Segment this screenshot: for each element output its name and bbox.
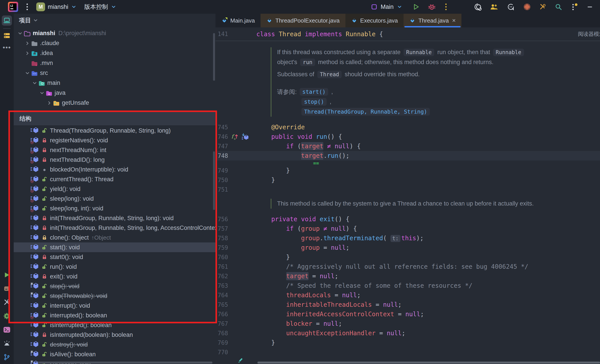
line-number[interactable]: 760 [216, 254, 229, 261]
scrollbar-thumb[interactable] [213, 151, 215, 210]
structure-item[interactable]: init(ThreadGroup, Runnable, String, long… [14, 223, 216, 233]
run-button[interactable] [412, 4, 419, 10]
sticky-header-line[interactable]: 141 class Thread implements Runnable { 阅… [216, 28, 600, 41]
code-line[interactable]: 758 group.threadTerminated( t:this); [216, 233, 600, 243]
structure-item[interactable]: yield(): void [14, 184, 216, 194]
structure-item[interactable]: start(): void [14, 243, 216, 252]
code-line[interactable]: 761 /* Aggressively null out all referen… [216, 262, 600, 271]
structure-item[interactable]: start0(): void [14, 252, 216, 262]
structure-item[interactable]: exit(): void [14, 272, 216, 281]
project-tool-button[interactable] [2, 16, 12, 26]
services-tool-button[interactable] [2, 297, 12, 308]
code-line[interactable]: 763 /* Speed the release of some of thes… [216, 281, 600, 290]
tree-item[interactable]: mianshiD:\project\mianshi [14, 28, 216, 38]
overriding-method-gutter-icon[interactable]: fx [231, 133, 239, 140]
code-with-me-icon[interactable] [490, 4, 498, 10]
tree-item[interactable]: java [14, 88, 216, 98]
chevron-down-icon[interactable] [32, 80, 38, 86]
git-tool-button[interactable] [2, 352, 12, 362]
code-line[interactable]: 768 uncaughtExceptionHandler = null; [216, 328, 600, 338]
reader-mode-label[interactable]: 阅读器模式 [578, 30, 600, 37]
structure-item[interactable]: nextThreadNum(): int [14, 145, 216, 155]
tree-item[interactable]: .mvn [14, 58, 216, 68]
debug-button[interactable] [428, 3, 436, 10]
settings-sync-tool-button[interactable] [2, 311, 12, 321]
structure-item[interactable]: interrupted(): boolean [14, 310, 216, 320]
chevron-right-icon[interactable] [47, 110, 52, 112]
chevron-right-icon[interactable] [47, 100, 52, 106]
search-everywhere-icon[interactable] [555, 3, 562, 10]
code-line[interactable]: 765 inheritableThreadLocals = null; [216, 300, 600, 309]
vcs-widget[interactable]: 版本控制 [84, 3, 116, 11]
ide-logo-icon[interactable]: IJ [8, 2, 18, 12]
code-line[interactable]: 745 @Override [216, 122, 600, 132]
project-widget[interactable]: M mianshi [36, 2, 77, 11]
structure-item[interactable]: isInterrupted(): boolean [14, 320, 216, 330]
structure-item[interactable]: init(ThreadGroup, Runnable, String, long… [14, 213, 216, 223]
line-number[interactable]: 756 [216, 216, 229, 223]
overridden-marker-gutter-icon[interactable] [242, 133, 249, 140]
scrollbar-thumb[interactable] [38, 362, 212, 364]
line-number[interactable]: 745 [216, 124, 229, 131]
pencil-icon[interactable] [238, 358, 243, 364]
line-number[interactable]: 746 [216, 133, 229, 140]
chevron-down-icon[interactable] [39, 90, 45, 96]
line-number[interactable]: 750 [216, 177, 229, 183]
starburst-plugin-icon[interactable] [524, 3, 531, 10]
structure-item[interactable]: interrupt(): void [14, 301, 216, 310]
structure-item[interactable]: run(): void [14, 262, 216, 272]
scrollbar-thumb[interactable] [257, 362, 600, 364]
code-line[interactable]: 756 private void exit() { [216, 214, 600, 224]
tools-icon[interactable] [539, 4, 546, 10]
tree-item[interactable]: paoBu [14, 108, 216, 112]
code-line[interactable]: 747 if (target ≠ null) { [216, 141, 600, 151]
structure-panel-header[interactable]: 结构 [14, 112, 216, 126]
line-number[interactable]: 749 [216, 167, 229, 174]
structure-item[interactable]: currentThread(): Thread [14, 174, 216, 184]
line-number[interactable]: 758 [216, 235, 229, 242]
structure-item[interactable]: clone(): Object↑Object [14, 233, 216, 243]
settings-kebab-badge-icon[interactable] [571, 3, 578, 11]
line-number[interactable]: 761 [216, 263, 229, 270]
line-number[interactable]: 764 [216, 292, 229, 299]
code-line[interactable]: 767 blocker = null; [216, 319, 600, 328]
code-line[interactable]: 750 } [216, 175, 600, 185]
structure-item[interactable]: registerNatives(): void [14, 135, 216, 145]
tree-item[interactable]: U.idea [14, 48, 216, 58]
code-line[interactable]: 757 if (group ≠ null) { [216, 224, 600, 233]
structure-item[interactable]: nextThreadID(): long [14, 155, 216, 165]
close-icon[interactable]: × [452, 17, 456, 24]
build-tool-button[interactable] [2, 284, 12, 294]
more-tool-windows-button[interactable]: ••• [2, 42, 12, 53]
code-line[interactable]: 746fx public void run() { [216, 132, 600, 141]
chevron-down-icon[interactable] [25, 70, 30, 76]
editor-tab[interactable]: Main.java [216, 14, 261, 28]
structure-item[interactable]: sleep(long): void [14, 194, 216, 204]
main-menu-kebab-icon[interactable] [26, 3, 29, 11]
doc-link[interactable]: stop() [301, 98, 327, 106]
chevron-right-icon[interactable] [25, 40, 30, 46]
code-line[interactable]: 762 target = null; [216, 271, 600, 281]
line-number[interactable]: 767 [216, 320, 229, 327]
problems-tool-button[interactable] [2, 338, 12, 348]
tree-item[interactable]: .claude [14, 38, 216, 48]
editor-tab[interactable]: Thread.java× [403, 14, 461, 28]
line-number[interactable]: 748 [216, 152, 229, 159]
code-line[interactable]: 760 } [216, 252, 600, 262]
ai-assistant-icon[interactable] [474, 3, 482, 11]
tree-item[interactable]: </>src [14, 68, 216, 78]
tree-item[interactable]: main [14, 78, 216, 88]
structure-item[interactable]: blockedOn(Interruptible): void [14, 165, 216, 174]
structure-item[interactable]: sleep(long, int): void [14, 204, 216, 213]
run-configuration-selector[interactable]: Main [371, 4, 403, 10]
code-line[interactable]: 770 [216, 347, 600, 357]
line-number[interactable]: 762 [216, 273, 229, 280]
line-number[interactable]: 751 [216, 186, 229, 193]
code-line[interactable]: 749 } [216, 166, 600, 175]
code-line[interactable]: 748 target.run(); [216, 151, 600, 160]
code-line[interactable]: 764 threadLocals = null; [216, 290, 600, 300]
structure-item[interactable]: stop(): void [14, 281, 216, 291]
line-number[interactable]: 768 [216, 330, 229, 336]
project-panel-header[interactable]: 项目 [14, 14, 216, 27]
editor-tab[interactable]: Executors.java [346, 14, 404, 28]
